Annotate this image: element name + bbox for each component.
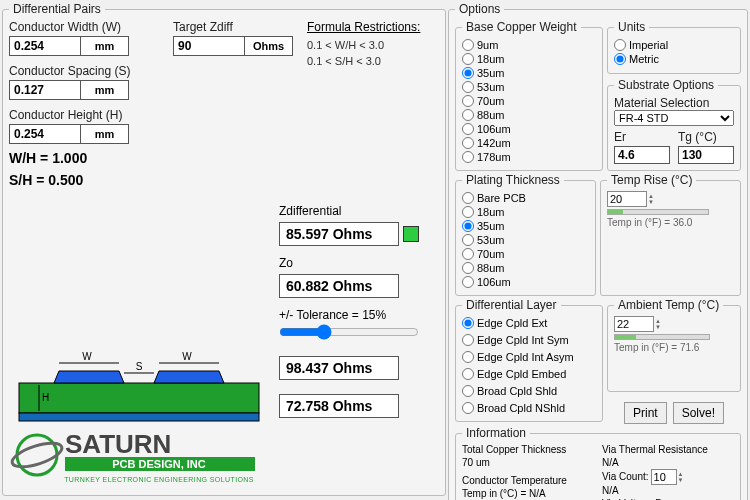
plating-option[interactable]: 88um [462, 261, 589, 275]
plating-radio[interactable] [462, 220, 474, 232]
base-copper-label-text: 53um [477, 80, 505, 94]
base-copper-radio[interactable] [462, 39, 474, 51]
diff-layer-label-text: Edge Cpld Int Sym [477, 333, 569, 347]
diff-layer-radio[interactable] [462, 317, 474, 329]
spinner-icon[interactable]: ▲▼ [655, 318, 661, 330]
base-copper-option[interactable]: 53um [462, 80, 596, 94]
diff-layer-legend: Differential Layer [462, 298, 561, 312]
tolerance-slider[interactable] [279, 324, 419, 340]
base-copper-option[interactable]: 142um [462, 136, 596, 150]
base-copper-radio[interactable] [462, 81, 474, 93]
base-copper-option[interactable]: 106um [462, 122, 596, 136]
plating-label-text: 35um [477, 219, 505, 233]
base-copper-option[interactable]: 70um [462, 94, 596, 108]
target-zdiff-input[interactable] [174, 37, 244, 55]
via-count-na: N/A [602, 485, 734, 498]
sh-ratio: S/H = 0.500 [9, 172, 159, 188]
units-radio[interactable] [614, 39, 626, 51]
base-copper-radio[interactable] [462, 123, 474, 135]
svg-text:PCB DESIGN, INC: PCB DESIGN, INC [112, 458, 206, 470]
plating-option[interactable]: 18um [462, 205, 589, 219]
diff-layer-label-text: Edge Cpld Int Asym [477, 350, 574, 364]
diff-layer-radio[interactable] [462, 402, 474, 414]
ambient-progress [614, 334, 710, 340]
diff-layer-option[interactable]: Edge Cpld Embed [462, 367, 596, 381]
units-option[interactable]: Metric [614, 52, 734, 66]
ambient-temp-input[interactable] [614, 316, 654, 332]
base-copper-option[interactable]: 9um [462, 38, 596, 52]
ambient-temp-legend: Ambient Temp (°C) [614, 298, 723, 312]
conductor-temp-c: Temp in (°C) = N/A [462, 488, 594, 501]
differential-pairs-group: Differential Pairs Conductor Width (W) m… [2, 2, 446, 496]
base-copper-option[interactable]: 18um [462, 52, 596, 66]
diff-layer-group: Differential Layer Edge Cpld ExtEdge Cpl… [455, 298, 603, 422]
plating-option[interactable]: 106um [462, 275, 589, 289]
tg-label: Tg (°C) [678, 130, 734, 144]
plating-radio[interactable] [462, 248, 474, 260]
base-copper-option[interactable]: 178um [462, 150, 596, 164]
information-legend: Information [462, 426, 530, 440]
temp-rise-input[interactable] [607, 191, 647, 207]
plating-option[interactable]: 70um [462, 247, 589, 261]
formula-line-wh: 0.1 < W/H < 3.0 [307, 38, 439, 52]
spinner-icon[interactable]: ▲▼ [648, 193, 654, 205]
base-copper-radio[interactable] [462, 109, 474, 121]
base-copper-radio[interactable] [462, 95, 474, 107]
spinner-icon[interactable]: ▲▼ [678, 471, 684, 483]
base-copper-label-text: 88um [477, 108, 505, 122]
base-copper-radio[interactable] [462, 137, 474, 149]
conductor-height-label: Conductor Height (H) [9, 108, 159, 122]
plating-option[interactable]: Bare PCB [462, 191, 589, 205]
base-copper-radio[interactable] [462, 53, 474, 65]
via-count-input[interactable] [651, 469, 677, 485]
diff-layer-option[interactable]: Edge Cpld Int Sym [462, 333, 596, 347]
diff-layer-radio[interactable] [462, 351, 474, 363]
diff-layer-radio[interactable] [462, 368, 474, 380]
material-selection-dropdown[interactable]: FR-4 STD [614, 110, 734, 126]
plating-option[interactable]: 35um [462, 219, 589, 233]
conductor-spacing-input[interactable] [10, 81, 80, 99]
zdifferential-label: Zdifferential [279, 204, 439, 218]
conductor-spacing-unit: mm [80, 81, 128, 99]
substrate-group: Substrate Options Material Selection FR-… [607, 78, 741, 171]
diff-layer-radio[interactable] [462, 385, 474, 397]
units-option[interactable]: Imperial [614, 38, 734, 52]
plating-radio[interactable] [462, 262, 474, 274]
conductor-height-input[interactable] [10, 125, 80, 143]
conductor-width-input[interactable] [10, 37, 80, 55]
diff-layer-radio[interactable] [462, 334, 474, 346]
plating-option[interactable]: 53um [462, 233, 589, 247]
base-copper-group: Base Copper Weight 9um18um35um53um70um88… [455, 20, 603, 171]
base-copper-radio[interactable] [462, 151, 474, 163]
plating-radio[interactable] [462, 206, 474, 218]
total-copper-value: 70 um [462, 457, 594, 470]
ambient-note: Temp in (°F) = 71.6 [614, 342, 734, 353]
diff-layer-label-text: Broad Cpld NShld [477, 401, 565, 415]
conductor-width-unit: mm [80, 37, 128, 55]
temp-rise-legend: Temp Rise (°C) [607, 173, 696, 187]
base-copper-option[interactable]: 35um [462, 66, 596, 80]
plating-radio[interactable] [462, 276, 474, 288]
base-copper-radio[interactable] [462, 67, 474, 79]
diff-layer-option[interactable]: Edge Cpld Ext [462, 316, 596, 330]
solve-button[interactable]: Solve! [673, 402, 724, 424]
er-input[interactable] [614, 146, 670, 164]
print-button[interactable]: Print [624, 402, 667, 424]
plating-radio[interactable] [462, 192, 474, 204]
units-group: Units ImperialMetric [607, 20, 741, 74]
target-zdiff-unit: Ohms [244, 37, 292, 55]
zdifferential-value: 85.597 Ohms [279, 222, 399, 246]
tg-input[interactable] [678, 146, 734, 164]
diff-layer-option[interactable]: Broad Cpld NShld [462, 401, 596, 415]
diff-layer-option[interactable]: Edge Cpld Int Asym [462, 350, 596, 364]
diff-layer-option[interactable]: Broad Cpld Shld [462, 384, 596, 398]
options-legend: Options [455, 2, 504, 16]
plating-radio[interactable] [462, 234, 474, 246]
conductor-height-unit: mm [80, 125, 128, 143]
svg-text:TURNKEY ELECTRONIC ENGINEERING: TURNKEY ELECTRONIC ENGINEERING SOLUTIONS [64, 476, 254, 483]
svg-point-12 [17, 435, 57, 475]
plating-label-text: Bare PCB [477, 191, 526, 205]
units-radio[interactable] [614, 53, 626, 65]
base-copper-option[interactable]: 88um [462, 108, 596, 122]
svg-text:H: H [42, 392, 49, 403]
